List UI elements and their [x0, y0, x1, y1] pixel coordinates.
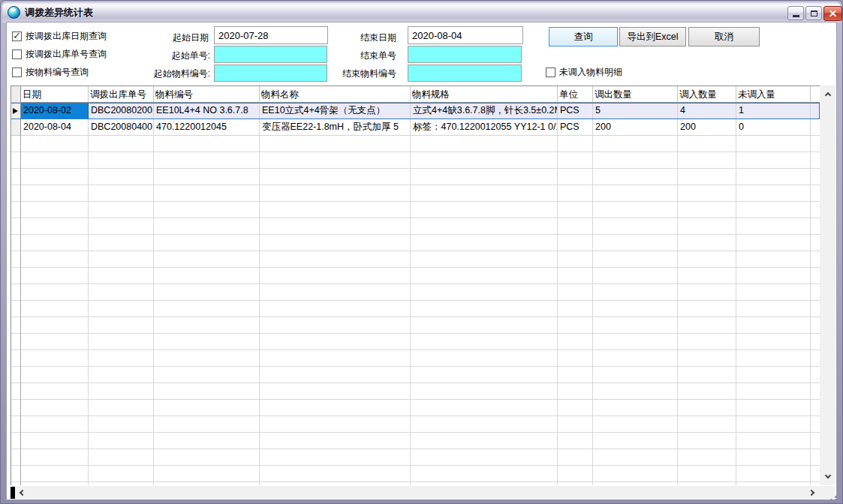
maximize-button[interactable] — [805, 6, 822, 20]
cell-item-name[interactable]: 变压器EE22-1.8mH，卧式加厚 5 — [260, 119, 411, 136]
cell-qty-out[interactable]: 5 — [593, 103, 678, 119]
checkbox-label: 未调入物料明细 — [559, 66, 622, 79]
checkbox-icon — [12, 50, 22, 59]
maximize-icon — [811, 10, 817, 16]
start-date-input[interactable] — [214, 26, 328, 44]
cell-qty-pending[interactable]: 1 — [736, 103, 811, 119]
grid-border — [11, 86, 11, 485]
resize-grip[interactable] — [835, 499, 837, 501]
resize-grip[interactable] — [830, 499, 832, 501]
column-header-unit[interactable]: 单位 — [558, 86, 593, 103]
cell-date[interactable]: 2020-08-02 — [21, 103, 89, 119]
grid-line — [153, 136, 154, 485]
column-header-docno[interactable]: 调拨出库单号 — [89, 86, 154, 103]
chevron-down-icon — [824, 472, 830, 478]
end-no-label: 结束单号 — [321, 50, 396, 62]
checkbox-label: 按调拨出库日期查询 — [26, 30, 107, 43]
checkbox-label: 按调拨出库单号查询 — [26, 48, 107, 61]
end-no-input[interactable] — [408, 46, 522, 63]
cell-qty-in[interactable]: 200 — [678, 119, 736, 136]
cell-qty-pending[interactable]: 0 — [736, 119, 811, 136]
checkbox-icon — [546, 68, 555, 77]
app-icon — [8, 6, 20, 19]
start-no-input[interactable] — [214, 46, 327, 63]
column-header-qty-pending[interactable]: 未调入量 — [736, 86, 811, 103]
start-item-label: 起始物料编号: — [120, 68, 210, 80]
minimize-icon — [793, 15, 799, 17]
cell-item-spec[interactable]: 标签：470.1220012055 YY12-1 0/1 — [411, 119, 558, 136]
cell-docno[interactable]: DBC200804001 — [89, 119, 154, 136]
checkbox-label: 按物料编号查询 — [26, 66, 89, 79]
query-button[interactable]: 查询 — [549, 27, 618, 46]
column-header-item-name[interactable]: 物料名称 — [260, 86, 411, 103]
cell-item-code[interactable]: EE10L4+4 NO 3.6.7.8 — [154, 103, 260, 119]
cell-filler — [811, 103, 820, 119]
cell-unit[interactable]: PCS — [558, 103, 593, 119]
cell-docno[interactable]: DBC200802001 — [89, 103, 154, 119]
horizontal-scrollbar[interactable] — [11, 486, 820, 500]
checkbox-query-by-date[interactable]: 按调拨出库日期查询 — [12, 30, 107, 43]
grid-header-row: 日期 调拨出库单号 物料编号 物料名称 物料规格 单位 调出数量 调入数量 未调… — [11, 86, 820, 103]
start-no-label: 起始单号: — [135, 50, 210, 62]
header-filler-cell — [811, 86, 820, 103]
vertical-scrollbar[interactable] — [820, 86, 835, 485]
scroll-right-button[interactable] — [805, 486, 818, 500]
grid-line — [557, 136, 558, 485]
title-bar[interactable]: 调拨差异统计表 — [2, 2, 841, 22]
grid-line — [736, 136, 736, 485]
chevron-right-icon — [808, 490, 814, 496]
header-indicator-cell — [11, 86, 21, 103]
end-item-input[interactable] — [408, 64, 522, 82]
scroll-left-button[interactable] — [16, 486, 29, 500]
checkbox-query-by-docno[interactable]: 按调拨出库单号查询 — [12, 48, 107, 61]
end-date-label: 结束日期 — [323, 32, 396, 44]
cell-item-spec[interactable]: 立式4+4缺3.6.7.8脚，针长3.5±0.2M — [411, 103, 558, 119]
window-title: 调拨差异统计表 — [25, 6, 93, 20]
close-icon — [829, 10, 837, 18]
resize-grip[interactable] — [835, 496, 837, 498]
grid-empty-area — [11, 136, 820, 485]
cancel-button[interactable]: 取消 — [688, 27, 760, 46]
cell-date[interactable]: 2020-08-04 — [21, 119, 89, 136]
chevron-up-icon — [824, 92, 830, 98]
checkbox-query-by-item[interactable]: 按物料编号查询 — [12, 66, 89, 79]
grid-line — [677, 136, 678, 485]
current-row-indicator-icon — [13, 108, 18, 114]
table-row[interactable]: 2020-08-02 DBC200802001 EE10L4+4 NO 3.6.… — [11, 103, 820, 119]
table-row[interactable]: 2020-08-04 DBC200804001 470.1220012045 变… — [11, 119, 820, 136]
hscroll-thumb[interactable] — [11, 487, 15, 499]
grid-line — [88, 136, 89, 485]
cell-filler — [811, 119, 820, 136]
scroll-down-button[interactable] — [820, 469, 835, 482]
checkbox-icon — [12, 32, 22, 41]
cell-qty-out[interactable]: 200 — [593, 119, 678, 136]
grid-line — [20, 136, 21, 485]
scrollbar-corner — [820, 486, 835, 500]
cell-unit[interactable]: PCS — [558, 119, 593, 136]
scroll-up-button[interactable] — [820, 88, 835, 102]
column-header-qty-in[interactable]: 调入数量 — [678, 86, 736, 103]
checkbox-icon — [12, 68, 22, 77]
cell-item-code[interactable]: 470.1220012045 — [154, 119, 260, 136]
checkbox-undelivered-detail[interactable]: 未调入物料明细 — [546, 66, 622, 79]
grid-line — [259, 136, 260, 485]
export-excel-button[interactable]: 导出到Excel — [619, 27, 686, 46]
start-date-label: 起始日期 — [135, 32, 209, 44]
row-indicator-cell — [11, 103, 21, 119]
chevron-left-icon — [20, 490, 26, 496]
grid-line — [592, 136, 593, 485]
row-indicator-cell — [11, 119, 21, 136]
column-header-date[interactable]: 日期 — [21, 86, 89, 103]
column-header-item-spec[interactable]: 物料规格 — [411, 86, 558, 103]
minimize-button[interactable] — [787, 6, 804, 20]
close-button[interactable] — [823, 6, 842, 21]
grid-line — [410, 136, 411, 485]
cell-qty-in[interactable]: 4 — [678, 103, 736, 119]
start-item-input[interactable] — [214, 64, 327, 82]
end-date-input[interactable] — [408, 26, 523, 44]
cell-item-name[interactable]: EE10立式4+4骨架（无支点） — [260, 103, 411, 119]
column-header-item-code[interactable]: 物料编号 — [154, 86, 260, 103]
grid-line — [810, 136, 811, 485]
column-header-qty-out[interactable]: 调出数量 — [593, 86, 678, 103]
